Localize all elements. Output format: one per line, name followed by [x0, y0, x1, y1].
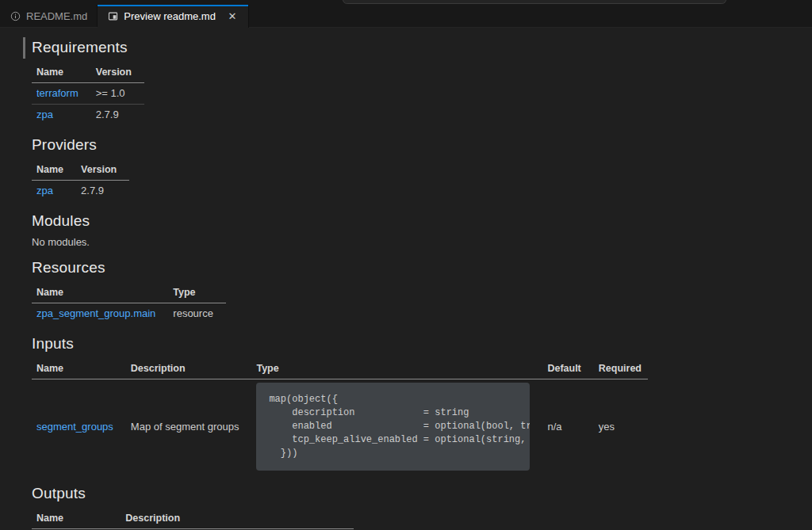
col-header: Name	[32, 160, 76, 181]
table-header-row: Name Description Type Default Required	[32, 359, 648, 379]
tab-readme-label: README.md	[26, 10, 87, 22]
col-header: Type	[251, 359, 542, 379]
table-header-row: Name Description	[32, 509, 354, 529]
col-header: Required	[594, 359, 648, 379]
table-row: segment_group The id, and description of…	[32, 529, 354, 530]
requirement-link-terraform[interactable]: terraform	[36, 87, 79, 99]
col-header: Default	[542, 359, 593, 379]
info-icon	[10, 10, 21, 21]
col-header: Name	[32, 63, 91, 83]
resources-table: Name Type zpa_segment_group.main resourc…	[32, 283, 226, 324]
requirement-link-zpa[interactable]: zpa	[36, 109, 53, 120]
close-icon[interactable]: ✕	[226, 10, 239, 23]
input-default: n/a	[542, 379, 593, 475]
input-type-code-block: map(object({ description = string enable…	[256, 383, 530, 471]
tab-bar: README.md Preview readme.md ✕	[0, 5, 812, 28]
col-header: Description	[126, 359, 252, 379]
resource-link[interactable]: zpa_segment_group.main	[36, 307, 155, 319]
table-row: zpa_segment_group.main resource	[32, 303, 226, 325]
input-required: yes	[594, 379, 648, 475]
inputs-table: Name Description Type Default Required s…	[32, 359, 648, 474]
input-description: Map of segment groups	[126, 379, 252, 475]
outputs-table: Name Description segment_group The id, a…	[32, 509, 354, 529]
table-row: zpa 2.7.9	[32, 181, 129, 202]
output-description: The id, and description of each segment …	[121, 529, 354, 530]
preview-icon	[107, 11, 118, 22]
command-center-search[interactable]	[343, 0, 726, 4]
requirements-table: Name Version terraform >= 1.0 zpa 2.7.9	[32, 63, 144, 125]
section-title-modules: Modules	[32, 212, 796, 230]
col-header: Type	[168, 283, 226, 303]
requirement-version: 2.7.9	[91, 105, 144, 126]
provider-version: 2.7.9	[76, 181, 129, 202]
table-header-row: Name Version	[32, 160, 129, 181]
col-header: Name	[32, 509, 121, 529]
section-title-requirements: Requirements	[32, 39, 796, 56]
requirement-version: >= 1.0	[91, 83, 144, 105]
col-header: Name	[32, 359, 126, 379]
table-header-row: Name Type	[32, 283, 226, 303]
col-header: Version	[76, 160, 129, 181]
providers-table: Name Version zpa 2.7.9	[32, 160, 129, 201]
section-title-providers: Providers	[32, 136, 796, 154]
table-row: zpa 2.7.9	[32, 105, 144, 126]
resource-type: resource	[168, 303, 226, 325]
markdown-preview-pane: Requirements Name Version terraform >= 1…	[0, 28, 812, 529]
section-title-inputs: Inputs	[32, 335, 796, 353]
table-row: terraform >= 1.0	[32, 83, 144, 105]
col-header: Name	[32, 283, 168, 303]
provider-link-zpa[interactable]: zpa	[36, 185, 53, 196]
tab-preview-readme[interactable]: Preview readme.md ✕	[98, 5, 249, 28]
section-title-outputs: Outputs	[32, 485, 796, 502]
col-header: Version	[91, 63, 144, 83]
modules-text: No modules.	[32, 236, 796, 248]
input-link-segment-groups[interactable]: segment_groups	[36, 421, 113, 433]
tab-preview-label: Preview readme.md	[124, 10, 216, 22]
section-title-resources: Resources	[32, 259, 796, 276]
col-header: Description	[121, 509, 354, 529]
table-row: segment_groups Map of segment groups map…	[32, 379, 648, 475]
tab-readme[interactable]: README.md	[0, 5, 98, 27]
table-header-row: Name Version	[32, 63, 144, 83]
